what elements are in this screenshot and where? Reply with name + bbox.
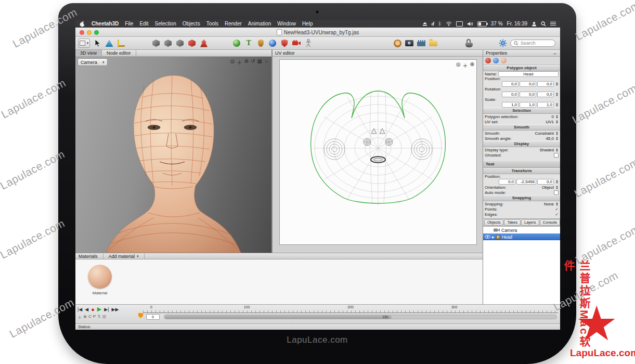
menu-file[interactable]: File [125, 21, 133, 27]
scale-y-field[interactable]: 1,0 [520, 102, 536, 108]
wifi-icon[interactable] [446, 21, 452, 27]
blue-ball-icon[interactable] [268, 38, 277, 48]
menu-clock[interactable]: Fr. 16:39 [507, 21, 527, 27]
points-check-icon[interactable]: ✓ [555, 207, 559, 212]
tool-position-y-field[interactable]: -2,5456 [516, 179, 536, 185]
ghosted-checkbox[interactable] [554, 153, 559, 158]
tab-objects[interactable]: Objects [484, 219, 503, 226]
bluetooth-icon[interactable]: ᛒ [438, 21, 442, 27]
snapping-value[interactable]: None [544, 202, 554, 206]
menu-tools[interactable]: Tools [206, 21, 218, 27]
character-skeleton-icon[interactable] [304, 38, 313, 48]
smooth-angle-value[interactable]: 45,0 [546, 136, 554, 141]
smooth-value[interactable]: Constraint [535, 131, 554, 136]
stepper-icon[interactable] [555, 119, 559, 124]
app-menu[interactable]: Cheetah3D [92, 21, 119, 27]
object-row-camera[interactable]: Camera [483, 227, 560, 233]
auto-mode-checkbox[interactable] [554, 190, 559, 195]
display-type-value[interactable]: Shaded [539, 148, 554, 152]
sort-icon[interactable]: ⇅ [97, 314, 101, 320]
camera-icon[interactable] [405, 38, 414, 48]
viewport-3d[interactable]: Camera ▾ ◎ ＋ ⊕ ↺ ▦ ☼ [75, 57, 271, 253]
subdivision-tree-icon[interactable] [199, 38, 209, 48]
uv-canvas[interactable]: ◎ ＋ ⊕ [279, 59, 477, 245]
scale-x-field[interactable]: 1,0 [502, 102, 519, 108]
polygon-selection-value[interactable]: 0 [552, 114, 554, 119]
scale-z-field[interactable]: 1,0 [537, 102, 554, 108]
cylinder-primitive-icon[interactable] [175, 38, 185, 48]
visibility-eye-icon[interactable] [485, 235, 490, 239]
rotation-y-field[interactable]: 0,0 [520, 92, 536, 97]
menu-objects[interactable]: Objects [183, 21, 200, 27]
timeline-scroll-thumb[interactable]: 150 [165, 315, 392, 319]
timeline-ruler[interactable]: 0 100 200 300 [143, 306, 558, 313]
go-to-start-button[interactable]: |◀ [77, 307, 82, 312]
display-mirroring-icon[interactable] [456, 21, 463, 27]
menu-animation[interactable]: Animation [248, 21, 271, 27]
weight-icon[interactable] [464, 38, 474, 48]
timeline-scrollbar[interactable]: 150 [164, 315, 557, 319]
position-z-field[interactable]: 0,0 [537, 81, 554, 87]
record-button[interactable]: ● [91, 306, 95, 313]
orientation-value[interactable]: Object [542, 185, 554, 190]
curve-mode-icon[interactable]: C [88, 314, 92, 320]
current-frame-field[interactable]: 0 [146, 314, 160, 320]
stepper-icon[interactable] [555, 114, 559, 119]
stepper-icon[interactable] [555, 185, 559, 190]
d-menu-icon[interactable]: d [432, 21, 434, 27]
text-create-icon[interactable]: T [244, 38, 253, 48]
viewport-grid-icon[interactable]: ▦ [257, 58, 262, 66]
ceramic-jug-icon[interactable] [256, 38, 265, 48]
viewport-target-icon[interactable]: ◎ [230, 58, 235, 66]
red-polyhedron-icon[interactable] [187, 38, 197, 48]
transform-tool-icon[interactable] [105, 38, 114, 48]
tab-layers[interactable]: Layers [521, 219, 539, 226]
menu-help[interactable]: Help [302, 21, 313, 27]
stepper-icon[interactable] [555, 201, 559, 206]
stepper-icon[interactable] [555, 136, 559, 141]
viewport-zoom-icon[interactable]: ⊕ [244, 58, 249, 66]
lion-icon[interactable] [393, 38, 402, 48]
object-row-head[interactable]: ▶ Head [483, 233, 560, 240]
stepper-icon[interactable] [555, 147, 559, 152]
eject-icon[interactable] [422, 21, 427, 27]
folder-icon[interactable] [429, 38, 438, 48]
material-sphere-thumbnail[interactable] [88, 265, 112, 289]
uv-target-icon[interactable]: ◎ [456, 61, 461, 69]
uv-set-value[interactable]: UV1 [546, 120, 554, 124]
rotation-z-field[interactable]: 0,0 [537, 92, 554, 97]
user-icon[interactable] [532, 21, 537, 27]
camera-view-dropdown[interactable]: Camera ▾ [77, 58, 108, 66]
stepper-icon[interactable] [555, 82, 559, 87]
volume-icon[interactable] [467, 21, 473, 27]
stepper-icon[interactable] [555, 92, 559, 97]
cube-primitive-icon[interactable] [151, 38, 161, 48]
stepper-icon[interactable] [555, 179, 559, 185]
tracks-icon[interactable]: ▥ [102, 314, 107, 320]
tag-properties-tab-icon[interactable] [493, 58, 499, 63]
tab-takes[interactable]: Takes [504, 219, 521, 226]
stepper-icon[interactable] [555, 102, 559, 108]
tab-3d-view[interactable]: 3D view [75, 50, 102, 56]
tab-console[interactable]: Console [540, 219, 560, 226]
viewport-layout-button[interactable]: ▾ [78, 38, 90, 48]
uv-zoom-icon[interactable]: ⊕ [470, 61, 474, 69]
step-back-button[interactable]: ◀ [85, 307, 88, 312]
position-x-field[interactable]: 0,0 [502, 81, 519, 87]
menu-edit[interactable]: Edit [139, 21, 148, 27]
tab-node-editor[interactable]: Node editor [102, 50, 136, 56]
step-forward-button[interactable]: ▶| [104, 307, 109, 312]
film-strip-icon[interactable] [417, 38, 426, 48]
document-proxy-icon[interactable] [277, 29, 282, 35]
battery-icon[interactable] [477, 21, 487, 27]
menu-selection[interactable]: Selection [155, 21, 176, 27]
viewport-orbit-icon[interactable]: ↺ [251, 58, 255, 66]
uv-pan-icon[interactable]: ＋ [463, 61, 468, 69]
object-properties-tab-icon[interactable] [485, 58, 491, 63]
select-cursor-icon[interactable] [93, 38, 102, 48]
menu-render[interactable]: Render [225, 21, 242, 27]
movie-camera-icon[interactable] [292, 38, 301, 48]
window-title-bar[interactable]: NewHead3-UVUnwrap_byTg.jas [75, 28, 560, 37]
spotlight-search-icon[interactable] [541, 21, 546, 27]
polyhedron-primitive-icon[interactable] [163, 38, 173, 48]
